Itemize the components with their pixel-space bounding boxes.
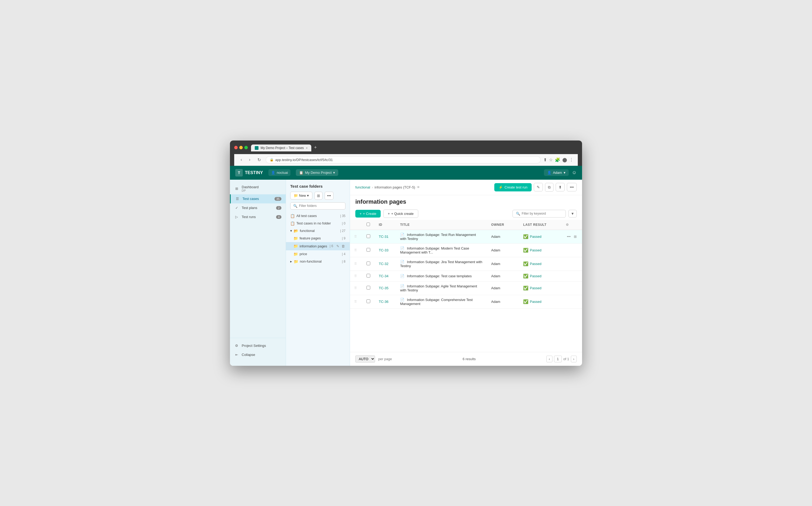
app-body: ⊞ Dashboard DP ☰ Test cases 35 ✓ Test pl… — [230, 180, 582, 366]
sidebar-item-test-cases[interactable]: ☰ Test cases 35 — [230, 194, 286, 203]
filter-toggle-button[interactable]: ▼ — [569, 210, 577, 218]
row-checkbox[interactable] — [367, 248, 370, 252]
logo-icon: T — [235, 169, 243, 176]
extensions-icon[interactable]: 🧩 — [555, 157, 560, 162]
folder-functional[interactable]: ▾ 📂 functional | 27 — [286, 227, 350, 235]
folder-price[interactable]: 📁 price | 4 — [286, 250, 350, 258]
export-button[interactable]: ⬆ — [556, 183, 565, 191]
folder-no-folder[interactable]: 📋 Test cases in no folder | 0 — [286, 220, 350, 227]
minimize-traffic-light[interactable] — [239, 146, 243, 149]
header-adam-button[interactable]: 👤 Adam ▾ — [544, 169, 569, 176]
collapse-label: Collapse — [242, 353, 255, 357]
folder-feature-pages[interactable]: 📁 feature pages | 9 — [286, 235, 350, 242]
folder-filter-input[interactable] — [299, 204, 343, 208]
tc-id[interactable]: TC-35 — [374, 281, 396, 295]
tc-title[interactable]: 📄 Information Subpage: Jira Test Managem… — [396, 257, 487, 271]
smiley-icon[interactable]: ☺ — [572, 170, 577, 175]
bookmark-icon[interactable]: ☆ — [549, 157, 553, 162]
row-more-button[interactable]: ••• — [566, 234, 572, 240]
folder-info-actions: ✎ 🗑 — [336, 244, 346, 249]
more-button[interactable]: ••• — [567, 183, 577, 191]
share-icon[interactable]: ⬆ — [543, 157, 547, 162]
row-detail-button[interactable]: ⊞ — [573, 234, 578, 240]
breadcrumb-parent[interactable]: functional — [355, 185, 370, 189]
sidebar: ⊞ Dashboard DP ☰ Test cases 35 ✓ Test pl… — [230, 180, 286, 366]
quick-create-button[interactable]: + + Quick create — [383, 209, 418, 218]
active-tab[interactable]: My Demo Project – Test cases × — [251, 145, 311, 151]
sidebar-item-test-runs[interactable]: ▷ Test runs 4 — [230, 213, 286, 222]
folder-information-pages[interactable]: 📁 information pages | 6 ✎ 🗑 — [286, 242, 350, 250]
all-cases-label: All test cases — [296, 214, 317, 218]
per-page-select[interactable]: AUTO — [355, 355, 375, 362]
header-project[interactable]: 📋 My Demo Project ▾ — [296, 169, 338, 176]
tc-title[interactable]: 📄 Information Subpage: Modern Test Case … — [396, 243, 487, 257]
folder-sort-button[interactable]: ⊞ — [314, 192, 322, 200]
table-row: ⠿ TC-33 📄 Information Subpage: Modern Te… — [350, 243, 582, 257]
create-run-label: Create test run — [504, 185, 527, 189]
row-checkbox[interactable] — [367, 261, 370, 265]
sidebar-item-collapse[interactable]: ⇤ Collapse — [230, 350, 286, 359]
tab-title: My Demo Project – Test cases — [261, 146, 304, 150]
create-test-run-button[interactable]: ⚡ Create test run — [494, 183, 532, 191]
maximize-traffic-light[interactable] — [244, 146, 248, 149]
next-page-button[interactable]: › — [571, 356, 577, 362]
feature-pages-count: | 9 — [342, 237, 346, 240]
tc-title[interactable]: 📄 Information Subpage: Test Run Manageme… — [396, 230, 487, 244]
copy-button[interactable]: ⧉ — [545, 183, 553, 192]
new-folder-button[interactable]: 📁 New ▾ — [290, 192, 312, 199]
folder-all-test-cases[interactable]: 📋 All test cases | 35 — [286, 212, 350, 220]
table-body: ⠿ TC-31 📄 Information Subpage: Test Run … — [350, 230, 582, 309]
tc-title[interactable]: 📄 Information Subpage: Agile Test Manage… — [396, 281, 487, 295]
tc-title[interactable]: 📄 Information Subpage: Comprehensive Tes… — [396, 295, 487, 309]
test-cases-table-container: ID TITLE OWNER LAST RESULT — [350, 220, 582, 352]
dashboard-sub: DP — [242, 189, 259, 192]
test-runs-label: Test runs — [242, 215, 256, 219]
row-checkbox[interactable] — [367, 300, 370, 303]
tc-owner: Adam — [487, 281, 519, 295]
forward-button[interactable]: › — [247, 156, 252, 163]
profile-icon[interactable]: ⬤ — [562, 157, 567, 162]
row-checkbox[interactable] — [367, 274, 370, 277]
select-all-checkbox[interactable] — [367, 223, 370, 226]
tc-owner: Adam — [487, 243, 519, 257]
folder-non-functional[interactable]: ▸ 📁 non-functional | 8 — [286, 258, 350, 265]
address-bar[interactable]: 🔒 app.testiny.io/DP/testcases/tcf/5/tc/3… — [266, 156, 541, 163]
tc-id[interactable]: TC-34 — [374, 271, 396, 281]
folder-edit-button[interactable]: ✎ — [336, 244, 340, 249]
page-current[interactable]: 1 — [554, 356, 562, 362]
sidebar-item-dashboard[interactable]: ⊞ Dashboard DP — [230, 183, 286, 194]
passed-label: Passed — [530, 300, 541, 304]
tc-title[interactable]: 📄 Information Subpage: Test case templat… — [396, 271, 487, 281]
close-traffic-light[interactable] — [234, 146, 238, 149]
keyword-filter-input[interactable] — [522, 212, 562, 216]
edit-button[interactable]: ✎ — [534, 183, 543, 191]
create-button[interactable]: + + Create — [355, 210, 381, 218]
table-row: ⠿ TC-32 📄 Information Subpage: Jira Test… — [350, 257, 582, 271]
tab-close-button[interactable]: × — [306, 146, 308, 150]
tc-id[interactable]: TC-36 — [374, 295, 396, 309]
sidebar-item-settings[interactable]: ⚙ Project Settings — [230, 341, 286, 350]
folder-more-button[interactable]: ••• — [325, 192, 334, 200]
row-checkbox[interactable] — [367, 234, 370, 238]
sidebar-item-test-plans[interactable]: ✓ Test plans 2 — [230, 203, 286, 213]
passed-icon: ✅ — [523, 299, 528, 304]
drag-handle: ⠿ — [354, 274, 357, 278]
app: T TESTINY 👤 noctuai 📋 My Demo Project ▾ … — [230, 166, 582, 366]
back-button[interactable]: ‹ — [238, 156, 244, 163]
header-user-account[interactable]: 👤 noctuai — [268, 169, 291, 176]
drag-handle: ⠿ — [354, 300, 357, 304]
tc-owner: Adam — [487, 271, 519, 281]
test-runs-badge: 4 — [276, 215, 281, 219]
tc-id[interactable]: TC-31 — [374, 230, 396, 244]
folder-delete-button[interactable]: 🗑 — [341, 244, 346, 249]
menu-icon[interactable]: ⋮ — [569, 157, 574, 162]
project-chevron: ▾ — [333, 171, 335, 175]
folder-panel-title: Test case folders — [286, 184, 350, 192]
row-checkbox[interactable] — [367, 286, 370, 289]
folder-toolbar: 📁 New ▾ ⊞ ••• — [286, 192, 350, 202]
tc-id[interactable]: TC-32 — [374, 257, 396, 271]
prev-page-button[interactable]: ‹ — [546, 356, 552, 362]
reload-button[interactable]: ↻ — [255, 156, 263, 163]
tc-id[interactable]: TC-33 — [374, 243, 396, 257]
new-tab-button[interactable]: + — [312, 144, 319, 151]
